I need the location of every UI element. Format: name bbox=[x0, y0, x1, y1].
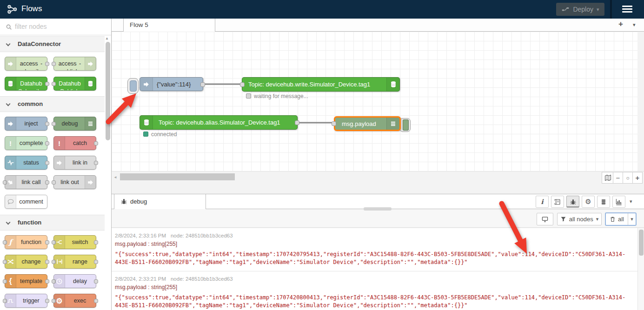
node-port bbox=[45, 122, 49, 126]
flow-list-caret-icon[interactable]: ▾ bbox=[633, 22, 636, 28]
tab-debug[interactable]: debug bbox=[114, 194, 206, 209]
navigator-button[interactable] bbox=[602, 172, 614, 184]
palette-section-common[interactable]: common bbox=[0, 96, 105, 112]
palette-node-trigger[interactable]: trigger bbox=[5, 294, 47, 308]
open-debug-window-button[interactable] bbox=[537, 213, 553, 225]
palette-node-access-publish[interactable]: access - publish bbox=[53, 57, 96, 71]
canvas-node-datahub-write[interactable]: Topic: devicehub.write.Simulator_Device.… bbox=[242, 77, 400, 92]
debug-tab-button[interactable] bbox=[566, 196, 579, 208]
canvas-node-debug-selected[interactable]: msg.payload bbox=[334, 116, 401, 131]
message-payload: "{"success":true,"datatype":"int64","tim… bbox=[115, 251, 627, 266]
palette-node-datahub-subscribe[interactable]: Datahub Subscribe bbox=[5, 77, 47, 91]
message-timestamp: 2/8/2024, 2:33:16 PM bbox=[115, 233, 166, 238]
app-header: Flows Deploy ▾ bbox=[0, 0, 644, 19]
canvas-hscrollbar-thumb[interactable] bbox=[120, 173, 235, 180]
palette-node-datahub-publish[interactable]: Datahub Publish bbox=[53, 77, 96, 91]
palette-node-label: complete bbox=[17, 137, 46, 150]
filter-nodes-input[interactable] bbox=[15, 20, 99, 33]
palette-node-switch[interactable]: switch bbox=[53, 235, 96, 249]
context-tab-button[interactable] bbox=[597, 196, 610, 208]
palette-section-dataconnector[interactable]: DataConnector bbox=[0, 36, 105, 52]
palette-node-catch[interactable]: ! catch bbox=[53, 136, 96, 150]
deploy-label: Deploy bbox=[573, 6, 593, 13]
inject-trigger-button-inner[interactable] bbox=[130, 80, 137, 92]
filter-caret-icon: ▾ bbox=[596, 216, 599, 222]
palette-node-status[interactable]: status bbox=[5, 156, 47, 170]
help-tab-button[interactable] bbox=[551, 196, 564, 208]
change-icon bbox=[5, 255, 16, 268]
deploy-icon bbox=[561, 5, 570, 13]
palette-node-link-out[interactable]: link out bbox=[53, 175, 96, 189]
palette-node-delay[interactable]: delay bbox=[53, 274, 96, 288]
info-tab-button[interactable]: i bbox=[536, 196, 549, 208]
zoom-out-button[interactable]: − bbox=[613, 172, 623, 184]
message-meta: 2/8/2024, 2:33:21 PMnode: 248510bb1b3ced… bbox=[115, 276, 637, 282]
node-status-text: connected bbox=[151, 131, 177, 138]
tab-flow-5[interactable]: Flow 5 bbox=[123, 19, 215, 32]
section-label: function bbox=[18, 219, 41, 226]
message-node-id: node: 248510bb1b3ced63 bbox=[171, 233, 233, 238]
palette-node-label: status bbox=[17, 156, 46, 169]
input-port[interactable] bbox=[332, 121, 336, 126]
palette-node-exec[interactable]: ⚙ exec bbox=[53, 294, 96, 308]
config-tab-button[interactable]: ⚙ bbox=[582, 196, 595, 208]
node-port bbox=[94, 240, 98, 244]
deploy-button[interactable]: Deploy ▾ bbox=[556, 3, 604, 16]
deploy-caret-icon[interactable]: ▾ bbox=[597, 7, 599, 13]
palette-node-function[interactable]: ƒ function bbox=[5, 235, 47, 249]
debug-list-icon bbox=[85, 117, 96, 130]
filter-label: all nodes bbox=[569, 216, 593, 223]
gear-icon: ⚙ bbox=[585, 198, 591, 206]
node-status-text: waiting for message... bbox=[254, 93, 308, 99]
palette-node-label: Datahub Subscribe bbox=[17, 77, 46, 90]
flow-canvas[interactable]: {"value":114} Topic: devicehub.write.Sim… bbox=[112, 32, 637, 171]
node-port bbox=[45, 82, 49, 86]
palette-scroll-up-icon[interactable]: ▲ bbox=[105, 36, 109, 40]
zoom-reset-button[interactable]: ○ bbox=[623, 172, 633, 184]
palette-section-function[interactable]: function bbox=[0, 215, 105, 231]
clear-options-caret[interactable]: ▾ bbox=[628, 213, 636, 225]
palette-node-access-subscribe[interactable]: access - subscribe bbox=[5, 57, 47, 71]
zoom-in-button[interactable]: + bbox=[632, 172, 643, 184]
add-flow-button[interactable]: + bbox=[618, 20, 623, 29]
page-title: Flows bbox=[21, 4, 42, 13]
node-port bbox=[45, 62, 49, 66]
node-red-editor: Flows Deploy ▾ DataConnector bbox=[0, 0, 644, 310]
canvas-node-datahub-alias[interactable]: Topic: devicehub.alias.Simulator_Device.… bbox=[139, 115, 298, 130]
palette-node-link-in[interactable]: link in bbox=[53, 156, 96, 170]
palette-node-range[interactable]: range bbox=[53, 255, 96, 269]
palette-node-label: link call bbox=[17, 176, 46, 189]
clear-messages-button-group[interactable]: all ▾ bbox=[605, 213, 636, 225]
message-property: msg.payload : string[255] bbox=[115, 284, 637, 290]
palette-node-debug[interactable]: debug bbox=[53, 117, 96, 131]
sidebar-tabs-caret-icon[interactable]: ▾ bbox=[630, 198, 632, 204]
debug-vscrollbar[interactable] bbox=[637, 228, 644, 310]
input-port[interactable] bbox=[240, 82, 245, 87]
node-port bbox=[45, 161, 49, 165]
canvas-node-inject[interactable]: {"value":114} bbox=[139, 77, 203, 91]
clear-messages-button[interactable]: all bbox=[606, 213, 628, 225]
output-port[interactable] bbox=[200, 82, 205, 87]
workspace-tabbar: Flow 5 + ▾ bbox=[112, 19, 644, 32]
palette-node-inject[interactable]: inject bbox=[5, 117, 47, 131]
debug-filter-button[interactable]: all nodes ▾ bbox=[557, 213, 602, 225]
scroll-left-icon[interactable]: ◄ bbox=[113, 175, 117, 179]
palette-node-comment[interactable]: comment bbox=[5, 195, 47, 209]
node-port bbox=[94, 299, 98, 303]
panel-resize-handle[interactable] bbox=[364, 207, 392, 211]
palette-node-template[interactable]: { template bbox=[5, 274, 47, 288]
debug-vscrollbar-thumb[interactable] bbox=[639, 230, 644, 256]
palette-scrollbar-thumb[interactable] bbox=[106, 42, 110, 140]
palette-node-change[interactable]: change bbox=[5, 255, 47, 269]
output-port[interactable] bbox=[295, 120, 299, 125]
palette-node-complete[interactable]: ! complete bbox=[5, 136, 47, 150]
database-icon bbox=[386, 78, 399, 91]
main-menu-button[interactable] bbox=[622, 6, 632, 14]
debug-list-icon bbox=[386, 118, 399, 130]
dashboard-tab-button[interactable] bbox=[612, 196, 625, 208]
node-port bbox=[45, 260, 49, 264]
palette-node-label: access - subscribe bbox=[17, 57, 46, 70]
palette-node-link-call[interactable]: link call bbox=[5, 175, 47, 189]
debug-toggle-button-inner[interactable] bbox=[403, 119, 409, 131]
message-node-id: node: 248510bb1b3ced63 bbox=[171, 276, 233, 282]
